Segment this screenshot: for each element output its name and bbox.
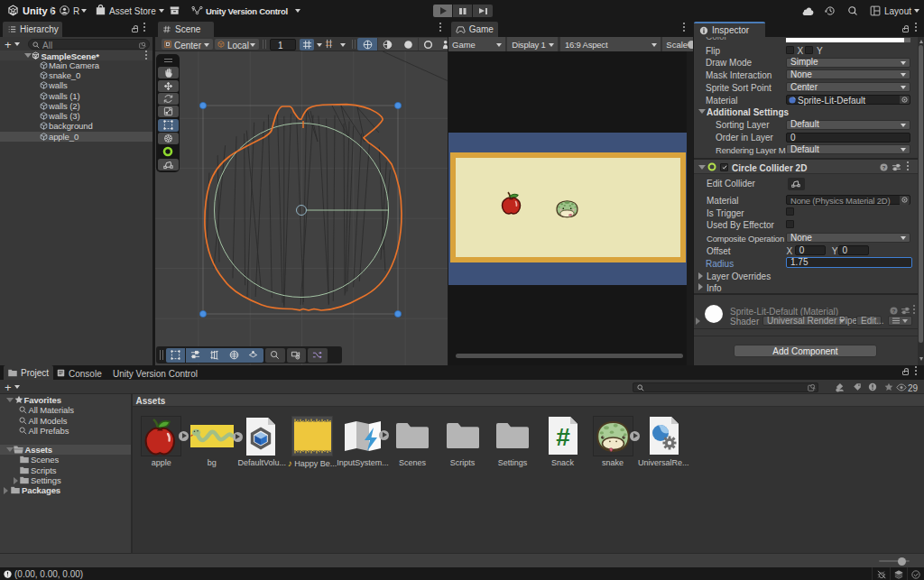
svg-text:?: ? xyxy=(892,308,896,313)
svg-text:?: ? xyxy=(882,164,886,170)
svg-text:#: # xyxy=(556,423,570,451)
